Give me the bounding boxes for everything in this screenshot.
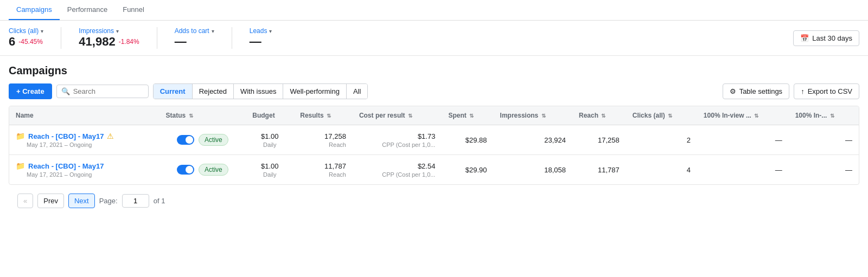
export-icon: ↑ [801,87,805,95]
sort-reach-icon: ⇅ [601,113,605,119]
cell-impressions-0: 23,924 [494,125,572,155]
toolbar: + Create 🔍 Current Rejected With issues … [9,83,859,99]
cell-inview2-1: — [789,155,859,185]
addstocart-value: — [175,35,187,49]
tab-campaigns[interactable]: Campaigns [9,0,60,20]
prev-prev-button[interactable]: « [17,194,33,208]
cell-inview2-0: — [789,125,859,155]
search-icon: 🔍 [61,87,70,95]
cell-impressions-1: 18,058 [494,155,572,185]
col-results[interactable]: Results ⇅ [293,106,353,125]
metric-addstocart-label[interactable]: Adds to cart ▾ [175,27,214,35]
page-input[interactable] [122,194,149,208]
toggle-1[interactable] [177,165,194,175]
sort-results-icon: ⇅ [327,113,331,119]
col-inview2[interactable]: 100% In-... ⇅ [789,106,859,125]
campaign-date-1: May 17, 2021 – Ongoing [27,171,153,178]
table-row: 📁 Reach - [CBO] - May17 May 17, 2021 – O… [9,155,859,185]
cell-budget-0: $1.00 Daily [246,125,293,155]
metric-impressions-label[interactable]: Impressions ▾ [79,27,139,35]
divider-2 [157,27,157,49]
clicks-change: -45.45% [18,38,43,46]
top-tabs: Campaigns Performance Funnel [0,0,868,21]
folder-icon: 📁 [16,132,25,140]
impressions-change: -1.84% [119,38,139,46]
status-badge-0: Active [199,134,228,146]
impressions-value: 41,982 [79,35,115,49]
last30days-button[interactable]: 📅 Last 30 days [793,30,859,46]
filter-rejected[interactable]: Rejected [193,84,234,99]
table-header-row: Name Status ⇅ Budget Results ⇅ Cost per … [9,106,859,125]
search-input[interactable] [73,87,144,95]
pagination: « Prev Next Page: of 1 [9,187,859,215]
gear-icon: ⚙ [730,87,736,95]
cell-spent-1: $29.90 [442,155,493,185]
filter-current[interactable]: Current [154,84,193,99]
metric-impressions: Impressions ▾ 41,982 -1.84% [79,27,139,49]
create-button[interactable]: + Create [9,83,52,99]
col-inview[interactable]: 100% In-view ... ⇅ [697,106,789,125]
warning-icon: ⚠ [107,132,114,140]
campaign-name-link-1[interactable]: Reach - [CBO] - May17 [28,162,104,170]
sort-status-icon: ⇅ [189,113,193,119]
metric-leads: Leads ▾ — [250,27,272,49]
col-spent[interactable]: Spent ⇅ [442,106,493,125]
next-button[interactable]: Next [68,194,95,208]
col-impressions[interactable]: Impressions ⇅ [494,106,572,125]
cell-reach-0: 17,258 [572,125,626,155]
metric-leads-label[interactable]: Leads ▾ [250,27,272,35]
campaign-date-0: May 17, 2021 – Ongoing [27,141,153,148]
metric-clicks: Clicks (all) ▾ 6 -45.45% [9,27,43,49]
sort-inview-icon: ⇅ [754,113,758,119]
campaigns-table-wrapper: Name Status ⇅ Budget Results ⇅ Cost per … [9,106,859,185]
cell-cost-0: $1.73 CPP (Cost per 1,0... [353,125,442,155]
sort-cost-icon: ⇅ [408,113,412,119]
tab-funnel[interactable]: Funnel [115,0,152,20]
cell-spent-0: $29.88 [442,125,493,155]
col-clicks[interactable]: Clicks (all) ⇅ [626,106,697,125]
right-buttons: ⚙ Table settings ↑ Export to CSV [723,83,859,99]
cell-results-0: 17,258 Reach [293,125,353,155]
export-csv-button[interactable]: ↑ Export to CSV [794,83,859,99]
col-reach[interactable]: Reach ⇅ [572,106,626,125]
metrics-bar: Clicks (all) ▾ 6 -45.45% Impressions ▾ 4… [0,21,868,56]
sort-spent-icon: ⇅ [469,113,474,119]
cell-name-0: 📁 Reach - [CBO] - May17 ⚠ May 17, 2021 –… [9,125,159,155]
campaigns-section: Campaigns + Create 🔍 Current Rejected Wi… [0,56,868,223]
filter-all[interactable]: All [347,84,367,99]
page-title: Campaigns [9,65,859,77]
divider-1 [61,27,61,49]
metric-clicks-label[interactable]: Clicks (all) ▾ [9,27,43,35]
metric-addstocart: Adds to cart ▾ — [175,27,214,49]
cell-inview-1: — [697,155,789,185]
calendar-icon: 📅 [800,34,809,42]
toggle-0[interactable] [177,135,194,145]
impressions-dropdown-icon: ▾ [116,28,119,34]
cell-clicks-0: 2 [626,125,697,155]
prev-button[interactable]: Prev [37,194,64,208]
cell-toggle-0: Active [159,125,246,155]
divider-3 [232,27,232,49]
filter-with-issues[interactable]: With issues [234,84,283,99]
sort-clicks-icon: ⇅ [668,113,672,119]
sort-inview2-icon: ⇅ [830,113,834,119]
of-label: of 1 [154,197,165,205]
col-status[interactable]: Status ⇅ [159,106,246,125]
filter-well-performing[interactable]: Well-performing [283,84,347,99]
page-label: Page: [99,197,118,205]
cell-results-1: 11,787 Reach [293,155,353,185]
search-box: 🔍 [56,85,149,98]
cell-budget-1: $1.00 Daily [246,155,293,185]
folder-icon: 📁 [16,162,25,170]
col-cost[interactable]: Cost per result ⇅ [353,106,442,125]
campaigns-table: Name Status ⇅ Budget Results ⇅ Cost per … [9,106,859,184]
cell-inview-0: — [697,125,789,155]
cell-cost-1: $2.54 CPP (Cost per 1,0... [353,155,442,185]
tab-performance[interactable]: Performance [60,0,115,20]
col-name: Name [9,106,159,125]
table-row: 📁 Reach - [CBO] - May17 ⚠ May 17, 2021 –… [9,125,859,155]
filter-buttons: Current Rejected With issues Well-perfor… [153,83,368,99]
campaign-name-link-0[interactable]: Reach - [CBO] - May17 [28,132,104,140]
table-settings-button[interactable]: ⚙ Table settings [723,83,790,99]
status-badge-1: Active [199,164,228,176]
